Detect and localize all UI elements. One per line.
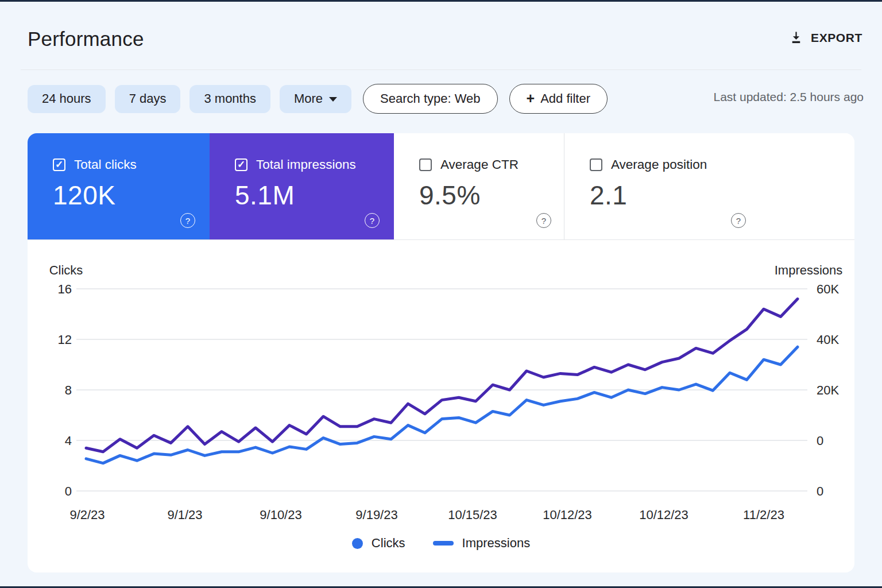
filter-chip-7-days[interactable]: 7 days (115, 85, 181, 113)
add-filter-chip[interactable]: + Add filter (509, 84, 608, 114)
checkbox-checked-icon[interactable] (235, 158, 247, 171)
last-updated-text: Last updated: 2.5 hours ago (713, 90, 864, 104)
right-axis-tick: 60K (817, 282, 839, 296)
metric-label: Total impressions (256, 157, 356, 172)
right-axis-tick: 0 (817, 484, 823, 498)
plus-icon: + (527, 90, 535, 107)
metric-cards-row: Total clicks 120K ? Total impressions 5.… (28, 133, 854, 240)
checkbox-unchecked-icon[interactable] (419, 158, 432, 171)
checkbox-checked-icon[interactable] (53, 158, 65, 171)
legend-label: Clicks (372, 536, 405, 551)
x-axis-tick: 9/2/23 (69, 508, 105, 522)
x-axis-tick: 10/15/23 (448, 508, 497, 522)
filter-chip-24-hours[interactable]: 24 hours (28, 85, 106, 113)
top-frame-bar (0, 0, 882, 2)
x-axis-tick: 10/12/23 (639, 508, 688, 522)
metric-card-total-impressions[interactable]: Total impressions 5.1M ? (210, 133, 394, 239)
metric-value: 5.1M (235, 180, 394, 211)
left-axis-tick: 16 (58, 282, 72, 296)
card-head: Average CTR (419, 157, 564, 172)
x-axis-tick: 10/12/23 (543, 508, 592, 522)
right-axis-title: Impressions (775, 263, 843, 277)
metric-value: 2.1 (590, 180, 854, 211)
export-button[interactable]: EXPORT (788, 30, 862, 45)
card-head: Total clicks (53, 157, 210, 172)
page-title: Performance (28, 28, 144, 51)
right-axis-tick: 0 (817, 434, 823, 448)
filter-toolbar: 24 hours 7 days 3 months More Search typ… (28, 84, 608, 114)
metric-card-average-position[interactable]: Average position 2.1 ? (564, 133, 854, 239)
x-axis-tick: 9/19/23 (355, 508, 397, 522)
right-axis-tick: 20K (817, 383, 839, 397)
clicks-dot-icon (352, 538, 363, 549)
left-axis-tick: 4 (65, 434, 72, 448)
metric-label: Average CTR (440, 157, 519, 172)
chart-line-clicks (86, 347, 798, 463)
download-icon (788, 30, 804, 45)
left-axis-title: Clicks (49, 263, 83, 277)
caret-down-icon (329, 97, 337, 102)
right-axis-tick: 40K (817, 332, 839, 347)
header-divider (21, 69, 861, 70)
add-filter-label: Add filter (540, 91, 590, 106)
question-circle-icon[interactable]: ? (180, 213, 195, 228)
question-circle-icon[interactable]: ? (536, 213, 551, 228)
impressions-dash-icon (433, 541, 454, 546)
left-axis-tick: 8 (65, 383, 72, 397)
left-axis-tick: 12 (58, 332, 72, 347)
x-axis-tick: 9/10/23 (260, 508, 301, 522)
metric-value: 9.5% (419, 180, 564, 211)
line-chart-canvas[interactable]: 1660K1240K820K4000ClicksImpressions9/2/2… (28, 240, 854, 530)
performance-chart[interactable]: 1660K1240K820K4000ClicksImpressions9/2/2… (28, 240, 854, 551)
more-label: More (294, 91, 323, 106)
x-axis-tick: 9/1/23 (167, 508, 202, 522)
checkbox-unchecked-icon[interactable] (590, 158, 602, 171)
card-head: Total impressions (235, 157, 394, 172)
x-axis-tick: 11/2/23 (743, 508, 784, 522)
metric-value: 120K (53, 180, 210, 211)
legend-item-clicks: Clicks (352, 536, 405, 551)
filter-chip-3-months[interactable]: 3 months (189, 85, 270, 113)
chart-line-impressions (86, 299, 798, 452)
performance-panel: Total clicks 120K ? Total impressions 5.… (28, 133, 854, 572)
search-type-chip[interactable]: Search type: Web (363, 84, 497, 114)
metric-label: Total clicks (74, 157, 137, 172)
legend-item-impressions: Impressions (433, 536, 531, 551)
question-circle-icon[interactable]: ? (731, 213, 746, 228)
chart-legend: Clicks Impressions (28, 536, 854, 551)
metric-label: Average position (611, 157, 707, 172)
metric-card-average-ctr[interactable]: Average CTR 9.5% ? (394, 133, 564, 239)
export-label: EXPORT (811, 31, 862, 45)
left-axis-tick: 0 (65, 484, 72, 498)
card-head: Average position (590, 157, 854, 172)
filter-chip-more[interactable]: More (280, 85, 351, 113)
question-circle-icon[interactable]: ? (365, 213, 380, 228)
legend-label: Impressions (462, 536, 531, 551)
metric-card-total-clicks[interactable]: Total clicks 120K ? (28, 133, 210, 239)
